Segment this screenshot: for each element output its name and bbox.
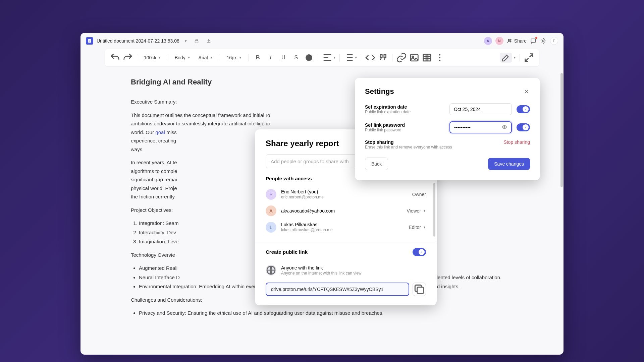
avatar: E <box>266 189 276 200</box>
redo-button[interactable] <box>122 52 133 63</box>
share-link-input[interactable]: drive.proton.me/urls/YCFTQSKESW#5Z3yWyyC… <box>266 283 409 296</box>
close-icon[interactable] <box>523 88 530 95</box>
svg-point-9 <box>306 54 312 61</box>
underline-button[interactable]: U <box>278 52 289 63</box>
comments-icon[interactable] <box>530 38 537 44</box>
share-label: Share <box>514 38 527 44</box>
align-button[interactable] <box>322 52 333 63</box>
svg-rect-4 <box>195 41 198 43</box>
lock-icon[interactable] <box>194 38 200 44</box>
text-color-button[interactable] <box>303 52 315 63</box>
font-dropdown[interactable]: Arial▼ <box>195 52 216 63</box>
person-name: Eric Norbert (you) <box>281 189 408 195</box>
password-sub: Public link password <box>365 128 445 132</box>
svg-point-18 <box>504 126 505 128</box>
expand-button[interactable] <box>523 52 535 63</box>
more-button[interactable] <box>434 52 445 63</box>
svg-rect-17 <box>417 287 424 294</box>
strikethrough-button[interactable]: S <box>290 52 302 63</box>
public-link-toggle[interactable] <box>413 248 426 256</box>
save-changes-button[interactable]: Save changes <box>488 158 530 170</box>
expiration-date-input[interactable]: Oct 25, 2024 <box>449 103 512 115</box>
anyone-subtitle: Anyone on the Internet with this link ca… <box>281 271 426 276</box>
format-toolbar: 100%▼ Body▼ Arial▼ 16px▼ B I U S ▼ ▼ ▼ <box>105 49 539 66</box>
svg-rect-3 <box>89 42 90 42</box>
anyone-title: Anyone with the link <box>281 265 426 271</box>
image-button[interactable] <box>409 52 420 63</box>
person-name: akv.avocado@yahoo.com <box>281 208 402 214</box>
link-button[interactable] <box>396 52 407 63</box>
password-label: Set link password <box>365 122 445 128</box>
collaborator-avatar[interactable]: A <box>484 37 492 45</box>
anyone-row: Anyone with the link Anyone on the Inter… <box>266 262 426 279</box>
person-row: E Eric Norbert (you) eric.norbert@proton… <box>266 186 426 203</box>
role-dropdown[interactable]: Editor▼ <box>409 225 426 230</box>
svg-rect-7 <box>531 39 535 42</box>
expiration-toggle[interactable] <box>517 105 530 113</box>
people-icon <box>507 38 512 44</box>
list-button[interactable] <box>343 52 355 63</box>
password-toggle[interactable] <box>517 123 530 131</box>
expiration-label: Set expiration date <box>365 104 445 110</box>
avatar: A <box>266 205 276 216</box>
stop-sharing-sub: Erase this link and remove everyone with… <box>365 145 503 149</box>
chevron-down-icon[interactable]: ▼ <box>184 39 187 43</box>
eye-icon[interactable] <box>502 124 507 131</box>
public-link-heading: Create public link <box>266 249 308 255</box>
unordered-list: Privacy and Security: Ensuring the ethic… <box>131 309 513 317</box>
svg-rect-12 <box>423 54 431 61</box>
font-size-dropdown[interactable]: 16px▼ <box>223 52 245 63</box>
quote-button[interactable] <box>377 52 389 63</box>
svg-rect-2 <box>89 41 91 41</box>
scrollbar[interactable] <box>560 73 563 187</box>
document-icon <box>86 37 93 45</box>
settings-modal: Settings Set expiration date Public link… <box>355 78 540 180</box>
stop-sharing-button[interactable]: Stop sharing <box>503 139 530 145</box>
bold-button[interactable]: B <box>252 52 264 63</box>
gear-icon[interactable] <box>540 38 547 44</box>
globe-icon <box>266 265 276 276</box>
svg-point-8 <box>543 40 544 42</box>
svg-rect-1 <box>89 40 91 40</box>
copy-link-button[interactable] <box>413 283 426 296</box>
svg-point-15 <box>439 60 440 61</box>
table-button[interactable] <box>421 52 433 63</box>
expiration-sub: Public link expiration date <box>365 110 445 114</box>
titlebar: Untitled document 2024-07-22 13.53.08 ▼ … <box>80 33 564 49</box>
person-role: Owner <box>412 192 426 197</box>
avatar: L <box>266 222 276 233</box>
italic-button[interactable]: I <box>265 52 276 63</box>
inline-link[interactable]: goal <box>155 129 165 135</box>
password-input[interactable]: •••••••••• <box>449 121 512 133</box>
person-name: Lukas Pilkauskas <box>281 222 404 228</box>
person-email: eric.norbert@proton.me <box>281 195 408 200</box>
zoom-dropdown[interactable]: 100%▼ <box>141 52 164 63</box>
document-title[interactable]: Untitled document 2024-07-22 13.53.08 <box>97 38 179 44</box>
back-button[interactable]: Back <box>365 158 388 170</box>
svg-rect-10 <box>410 54 418 61</box>
undo-button[interactable] <box>109 52 121 63</box>
download-icon[interactable] <box>206 38 212 44</box>
scrollbar[interactable] <box>433 183 435 237</box>
settings-title: Settings <box>365 87 394 96</box>
role-dropdown[interactable]: Viewer▼ <box>407 208 426 214</box>
svg-point-5 <box>508 39 509 41</box>
stop-sharing-label: Stop sharing <box>365 139 503 145</box>
person-row: L Lukas Pilkauskas lukas.pilkauskas@prot… <box>266 219 426 236</box>
person-row: A akv.avocado@yahoo.com Viewer▼ <box>266 203 426 219</box>
code-button[interactable] <box>365 52 376 63</box>
svg-point-14 <box>439 57 440 58</box>
svg-point-13 <box>439 54 440 55</box>
edit-mode-button[interactable] <box>500 53 512 63</box>
paragraph-style-dropdown[interactable]: Body▼ <box>171 52 194 63</box>
svg-point-6 <box>510 39 511 40</box>
person-email: lukas.pilkauskas@proton.me <box>281 228 404 233</box>
collaborator-avatar[interactable]: N <box>495 37 503 45</box>
notification-dot <box>535 37 537 39</box>
share-button[interactable]: Share <box>507 38 527 44</box>
user-avatar[interactable]: E <box>550 37 558 45</box>
